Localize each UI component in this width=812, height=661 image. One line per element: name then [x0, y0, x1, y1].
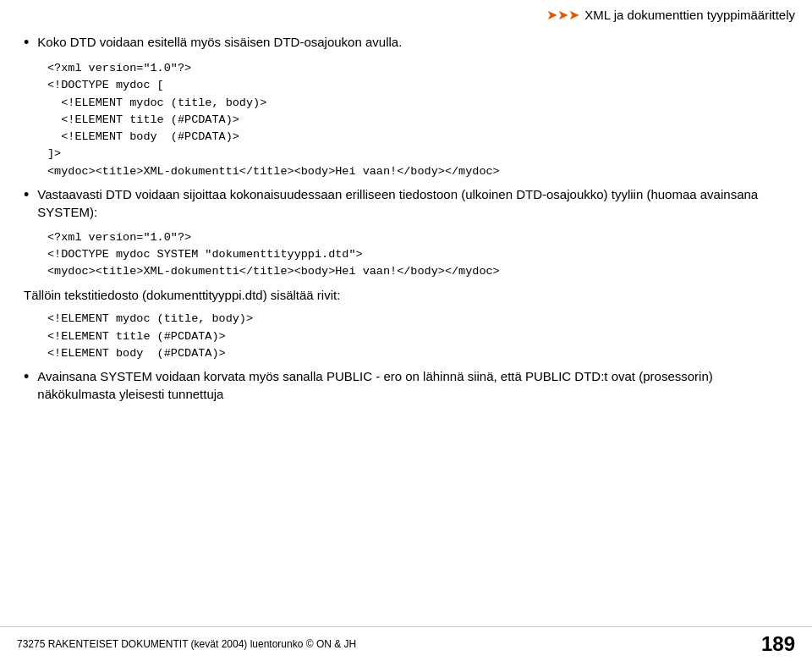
bullet-section-2: • Vastaavasti DTD voidaan sijoittaa koko…: [24, 185, 788, 221]
header-bar: ➤➤➤ XML ja dokumenttien tyyppimäärittely: [0, 0, 812, 26]
bullet-section-3: • Avainsana SYSTEM voidaan korvata myös …: [24, 367, 788, 403]
header-arrows-icon: ➤➤➤: [546, 7, 579, 23]
bullet-icon-1: •: [24, 34, 29, 52]
code-block-3: <!ELEMENT mydoc (title, body)> <!ELEMENT…: [47, 311, 788, 362]
paragraph-1: Tällöin tekstitiedosto (dokumenttityyppi…: [24, 286, 788, 305]
bullet-icon-3: •: [24, 368, 29, 386]
main-content: • Koko DTD voidaan esitellä myös sisäise…: [0, 26, 812, 418]
page-container: ➤➤➤ XML ja dokumenttien tyyppimäärittely…: [0, 0, 812, 661]
bullet-icon-2: •: [24, 186, 29, 204]
bullet-text-3: Avainsana SYSTEM voidaan korvata myös sa…: [37, 367, 788, 403]
code-block-2: <?xml version="1.0"?> <!DOCTYPE mydoc SY…: [47, 229, 788, 281]
bullet-text-1: Koko DTD voidaan esitellä myös sisäisen …: [37, 33, 402, 51]
footer-left-text: 73275 RAKENTEISET DOKUMENTIT (kevät 2004…: [17, 638, 356, 650]
bullet-text-2: Vastaavasti DTD voidaan sijoittaa kokona…: [37, 185, 788, 221]
footer-page-number: 189: [761, 632, 795, 656]
code-block-1: <?xml version="1.0"?> <!DOCTYPE mydoc [ …: [47, 60, 788, 180]
bullet-section-1: • Koko DTD voidaan esitellä myös sisäise…: [24, 33, 788, 52]
footer-bar: 73275 RAKENTEISET DOKUMENTIT (kevät 2004…: [0, 626, 812, 661]
header-title: XML ja dokumenttien tyyppimäärittely: [584, 8, 795, 22]
